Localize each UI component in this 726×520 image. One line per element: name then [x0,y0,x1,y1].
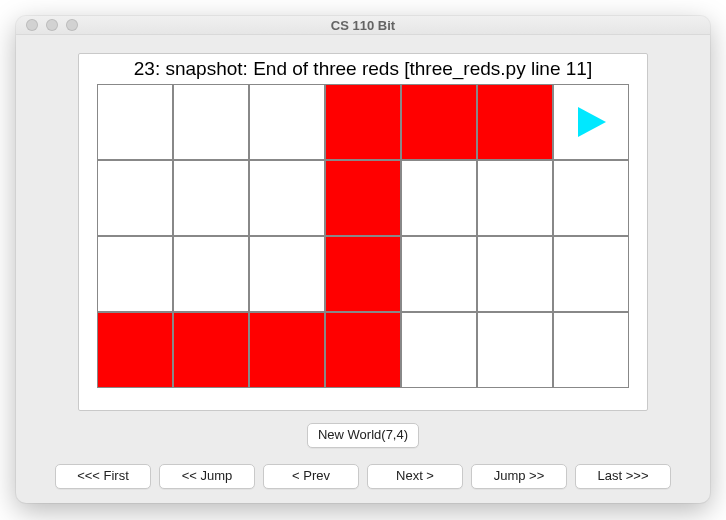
grid-cell [401,236,477,312]
last-button[interactable]: Last >>> [575,464,671,489]
prev-button[interactable]: < Prev [263,464,359,489]
grid-cell [553,160,629,236]
grid-cell [325,160,401,236]
grid-cell [553,84,629,160]
grid-cell [97,160,173,236]
first-button[interactable]: <<< First [55,464,151,489]
jump-forward-button[interactable]: Jump >> [471,464,567,489]
grid-cell [401,312,477,388]
close-icon[interactable] [26,19,38,31]
agent-triangle-icon [572,103,610,141]
grid-cell [173,84,249,160]
grid-cell [97,312,173,388]
grid-cell [249,312,325,388]
world-grid [97,84,629,388]
grid-cell [325,312,401,388]
grid-cell [173,312,249,388]
center-button-row: New World(7,4) [44,423,682,448]
grid-cell [173,236,249,312]
grid-cell [553,312,629,388]
grid-cell [249,236,325,312]
grid-cell [401,160,477,236]
grid-cell [249,160,325,236]
titlebar: CS 110 Bit [16,16,710,35]
snapshot-label: 23: snapshot: End of three reds [three_r… [97,58,629,80]
grid-cell [477,236,553,312]
zoom-icon[interactable] [66,19,78,31]
window-content: 23: snapshot: End of three reds [three_r… [16,35,710,503]
jump-back-button[interactable]: << Jump [159,464,255,489]
new-world-button[interactable]: New World(7,4) [307,423,419,448]
grid-cell [97,236,173,312]
app-window: CS 110 Bit 23: snapshot: End of three re… [16,16,710,503]
canvas-panel: 23: snapshot: End of three reds [three_r… [78,53,648,411]
svg-marker-0 [578,107,606,137]
window-title: CS 110 Bit [16,18,710,33]
grid-cell [249,84,325,160]
next-button[interactable]: Next > [367,464,463,489]
grid-cell [325,84,401,160]
window-controls [26,19,78,31]
grid-cell [477,160,553,236]
grid-cell [325,236,401,312]
grid-cell [401,84,477,160]
grid-cell [477,84,553,160]
grid-cell [173,160,249,236]
grid-cell [477,312,553,388]
grid-cell [97,84,173,160]
minimize-icon[interactable] [46,19,58,31]
grid-cell [553,236,629,312]
nav-button-row: <<< First << Jump < Prev Next > Jump >> … [44,464,682,489]
